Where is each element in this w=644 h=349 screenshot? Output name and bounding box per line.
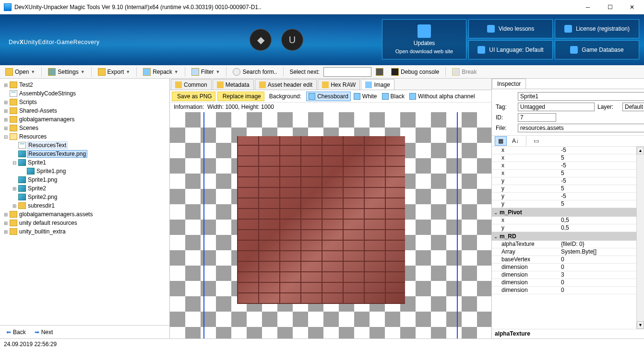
search-form-button[interactable]: Search form.. [229, 67, 280, 77]
expand-icon[interactable]: ⊞ [3, 82, 9, 88]
property-value[interactable]: 0 [559, 264, 636, 271]
bg-option-chessboard[interactable]: Chessboard [306, 92, 351, 101]
select-next-input[interactable] [323, 67, 371, 77]
object-name-input[interactable] [518, 92, 644, 101]
video-lessons-button[interactable]: Video lessons [468, 19, 553, 38]
property-row[interactable]: x-5 [492, 147, 636, 154]
property-value[interactable]: -5 [559, 162, 636, 169]
minimize-button[interactable]: ─ [577, 0, 599, 14]
property-row[interactable]: x0,5 [492, 217, 636, 224]
expand-icon[interactable]: ⊞ [3, 229, 9, 234]
property-value[interactable]: -5 [559, 177, 636, 185]
property-list[interactable]: x-5x5x-5x5y-5y5y-5y5⌄m_Pivotx0,5y0,5⌄m_R… [492, 147, 636, 329]
expand-icon[interactable]: ⊞ [12, 186, 17, 191]
tree-node[interactable]: ⊞Scripts [3, 98, 168, 106]
tree-node[interactable]: Sprite2.png [3, 193, 168, 201]
property-row[interactable]: dimension0 [492, 279, 636, 287]
tree-node[interactable]: ⊞globalgamemanagers [3, 115, 168, 124]
property-group[interactable]: ⌄m_Pivot [492, 208, 636, 217]
tree-node[interactable]: ⊞Shared-Assets [3, 106, 168, 115]
layer-input[interactable] [622, 103, 644, 111]
tree-node[interactable]: ⊟Resources [3, 132, 168, 141]
filter-button[interactable]: Filter▼ [188, 67, 224, 77]
scroll-down-arrow[interactable]: ▼ [637, 321, 644, 329]
open-button[interactable]: Open▼ [2, 67, 38, 77]
property-value[interactable]: 5 [559, 185, 636, 192]
binoculars-button[interactable] [372, 67, 387, 77]
expand-icon[interactable]: ⊞ [3, 221, 9, 226]
tab-common[interactable]: Common [171, 79, 212, 90]
property-row[interactable]: y5 [492, 200, 636, 208]
tree-node[interactable]: ⊞Scenes [3, 124, 168, 132]
close-button[interactable]: ✕ [621, 0, 643, 14]
property-row[interactable]: alphaTexture{fileID: 0} [492, 241, 636, 248]
tab-image[interactable]: Image [361, 79, 394, 90]
expand-icon[interactable]: ⊟ [3, 134, 9, 140]
tag-input[interactable] [518, 103, 595, 111]
tab-hex-raw[interactable]: Hex RAW [318, 79, 360, 90]
next-button[interactable]: ➡Next [31, 327, 57, 337]
property-row[interactable]: x-5 [492, 162, 636, 170]
expand-icon[interactable]: ⊟ [12, 160, 17, 165]
replace-image-button[interactable]: Replace image [217, 92, 264, 101]
property-row[interactable]: dimension0 [492, 264, 636, 271]
property-row[interactable]: y-5 [492, 177, 636, 185]
debug-console-button[interactable]: Debug console [388, 67, 442, 77]
property-value[interactable]: 5 [559, 170, 636, 177]
property-value[interactable]: -5 [559, 193, 636, 200]
property-row[interactable]: x5 [492, 154, 636, 162]
inspector-tab[interactable]: Inspector [492, 79, 526, 89]
id-input[interactable] [518, 113, 556, 122]
save-as-png-button[interactable]: Save as PNG [172, 92, 215, 101]
bg-option-black[interactable]: Black [380, 92, 406, 101]
repack-button[interactable]: Repack▼ [140, 67, 182, 77]
scroll-up-arrow[interactable]: ▲ [637, 147, 644, 154]
expand-icon[interactable]: ⊞ [3, 108, 9, 114]
property-value[interactable]: 0 [559, 256, 636, 263]
expand-icon[interactable]: ⊞ [12, 203, 17, 209]
property-pages-button[interactable]: ▭ [530, 136, 542, 146]
property-row[interactable]: y0,5 [492, 224, 636, 232]
ui-language-button[interactable]: UI Language: Default [468, 40, 553, 59]
property-scrollbar[interactable]: ▲ ▼ [636, 147, 644, 329]
property-row[interactable]: ArraySystem.Byte[] [492, 248, 636, 256]
property-value[interactable]: -5 [559, 147, 636, 154]
property-row[interactable]: dimension3 [492, 271, 636, 279]
updates-button[interactable]: Updates Open download web site [382, 19, 466, 59]
property-value[interactable]: System.Byte[] [559, 248, 636, 256]
tree-node[interactable]: ⊞unity_builtin_extra [3, 227, 168, 236]
property-value[interactable]: 0,5 [559, 224, 636, 232]
property-value[interactable]: 5 [559, 154, 636, 162]
tree-node[interactable]: ⊞Test2 [3, 81, 168, 89]
property-value[interactable]: 0,5 [559, 217, 636, 224]
property-group[interactable]: ⌄m_RD [492, 232, 636, 241]
bg-option-white[interactable]: White [352, 92, 379, 101]
property-value[interactable]: 0 [559, 287, 636, 294]
property-value[interactable]: 0 [559, 279, 636, 286]
property-value[interactable]: 3 [559, 271, 636, 279]
expand-icon[interactable]: ⊞ [3, 126, 9, 131]
tree-node[interactable]: ⊞globalgamemanagers.assets [3, 210, 168, 219]
property-row[interactable]: y5 [492, 185, 636, 193]
tree-node[interactable]: Sprite1.png [3, 175, 168, 184]
tree-node[interactable]: Sprite1.png [3, 167, 168, 175]
back-button[interactable]: ⬅Back [3, 327, 29, 337]
settings-button[interactable]: Settings▼ [45, 67, 88, 77]
expand-icon[interactable]: ⊞ [3, 117, 9, 122]
license-button[interactable]: License (registration) [555, 19, 639, 38]
tree-node[interactable]: ⊞Sprite2 [3, 184, 168, 193]
file-input[interactable] [518, 124, 644, 132]
alphabetical-button[interactable]: A↓ [509, 136, 522, 146]
maximize-button[interactable]: ☐ [599, 0, 621, 14]
property-row[interactable]: x5 [492, 170, 636, 177]
game-database-button[interactable]: Game Database [555, 40, 639, 59]
break-button[interactable]: Break [449, 67, 480, 77]
export-button[interactable]: Export▼ [95, 67, 134, 77]
expand-icon[interactable]: ⊞ [3, 100, 9, 105]
expand-icon[interactable]: ⊞ [3, 212, 9, 217]
tree-node[interactable]: ⊞subresdir1 [3, 201, 168, 210]
property-row[interactable]: dimension0 [492, 287, 636, 294]
tab-asset-header-edit[interactable]: Asset header edit [255, 79, 317, 90]
tree-node[interactable]: ResourcesTexture.png [3, 150, 168, 158]
property-row[interactable]: baseVertex0 [492, 256, 636, 264]
